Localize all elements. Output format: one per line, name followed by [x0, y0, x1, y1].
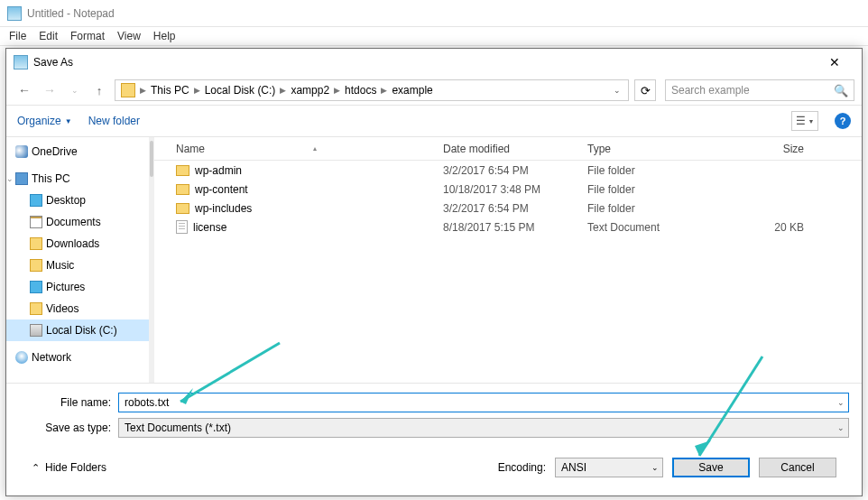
- crumb-localdisk[interactable]: Local Disk (C:): [201, 84, 280, 97]
- col-date-modified[interactable]: Date modified: [443, 143, 587, 155]
- menu-format[interactable]: Format: [70, 30, 105, 42]
- file-date-modified: 3/2/2017 6:54 PM: [443, 202, 587, 215]
- filename-value: robots.txt: [125, 396, 169, 409]
- chevron-down-icon[interactable]: ⌄: [651, 463, 659, 472]
- saveastype-select[interactable]: Text Documents (*.txt) ⌄: [118, 418, 849, 438]
- notepad-icon: [7, 6, 22, 21]
- file-row[interactable]: wp-includes3/2/2017 6:54 PMFile folder: [154, 199, 862, 218]
- sidebar-item-documents[interactable]: Documents: [6, 211, 149, 233]
- search-input[interactable]: Search example 🔍: [665, 79, 854, 101]
- sidebar-item-label: Pictures: [46, 281, 85, 293]
- pictures-icon: [30, 281, 42, 293]
- dialog-title: Save As: [33, 56, 815, 69]
- help-button[interactable]: ?: [835, 113, 851, 129]
- chevron-down-icon[interactable]: ⌄: [6, 174, 14, 183]
- close-button[interactable]: ✕: [815, 50, 854, 75]
- chevron-right-icon[interactable]: ▶: [279, 86, 287, 95]
- body-area: OneDrive ⌄ This PC Desktop Documents Dow…: [6, 137, 862, 383]
- column-headers[interactable]: Name▴ Date modified Type Size: [154, 137, 862, 161]
- file-type: File folder: [587, 202, 732, 215]
- saveastype-value: Text Documents (*.txt): [125, 421, 231, 434]
- notepad-titlebar: Untitled - Notepad: [0, 0, 868, 27]
- col-size[interactable]: Size: [732, 143, 822, 155]
- desktop-icon: [30, 194, 42, 207]
- chevron-down-icon[interactable]: ⌄: [837, 398, 845, 407]
- chevron-down-icon[interactable]: ⌄: [837, 423, 845, 432]
- file-row[interactable]: license8/18/2017 5:15 PMText Document20 …: [154, 218, 862, 236]
- sidebar-item-label: Desktop: [46, 194, 86, 207]
- organize-button[interactable]: Organize ▼: [17, 115, 72, 127]
- file-type: File folder: [587, 183, 732, 196]
- sidebar-item-music[interactable]: Music: [6, 255, 149, 276]
- cancel-button[interactable]: Cancel: [759, 458, 836, 477]
- chevron-right-icon[interactable]: ▶: [333, 86, 341, 95]
- crumb-thispc[interactable]: This PC: [147, 84, 193, 97]
- chevron-right-icon[interactable]: ▶: [380, 86, 388, 95]
- downloads-icon: [30, 237, 42, 250]
- file-date-modified: 8/18/2017 5:15 PM: [443, 221, 587, 234]
- file-size: 20 KB: [732, 221, 822, 234]
- new-folder-label: New folder: [88, 115, 140, 127]
- splitter[interactable]: [149, 137, 154, 383]
- hide-folders-button[interactable]: ⌃ Hide Folders: [32, 461, 106, 474]
- file-name: wp-admin: [195, 164, 242, 177]
- recent-dropdown[interactable]: ⌄: [64, 79, 86, 101]
- bottom-panel: File name: robots.txt ⌄ Save as type: Te…: [6, 383, 862, 495]
- menu-edit[interactable]: Edit: [39, 30, 58, 42]
- view-options-button[interactable]: ☰▼: [791, 111, 818, 131]
- menu-view[interactable]: View: [117, 30, 141, 42]
- back-button[interactable]: ←: [14, 79, 35, 101]
- sidebar-item-videos[interactable]: Videos: [6, 298, 149, 319]
- sidebar-item-label: Local Disk (C:): [46, 324, 117, 337]
- filename-label: File name:: [19, 396, 118, 409]
- sidebar-item-label: Music: [46, 259, 74, 272]
- footer-row: ⌃ Hide Folders Encoding: ANSI ⌄ Save Can…: [19, 447, 849, 488]
- file-name: license: [193, 221, 226, 234]
- address-bar[interactable]: ▶ This PC ▶ Local Disk (C:) ▶ xampp2 ▶ h…: [115, 79, 629, 101]
- sidebar-item-label: Videos: [46, 302, 78, 315]
- dialog-icon: [14, 55, 28, 69]
- pc-icon: [15, 172, 28, 185]
- search-icon: 🔍: [834, 84, 848, 97]
- folder-icon: [176, 165, 189, 176]
- sidebar-item-localdisk[interactable]: Local Disk (C:): [6, 319, 149, 341]
- crumb-xampp2[interactable]: xampp2: [287, 84, 333, 97]
- sidebar-item-onedrive[interactable]: OneDrive: [6, 141, 149, 162]
- save-button[interactable]: Save: [672, 458, 750, 477]
- new-folder-button[interactable]: New folder: [88, 115, 140, 127]
- file-type: File folder: [587, 164, 732, 177]
- chevron-right-icon[interactable]: ▶: [193, 86, 201, 95]
- onedrive-icon: [15, 145, 28, 158]
- hide-folders-label: Hide Folders: [45, 461, 106, 474]
- save-as-dialog: Save As ✕ ← → ⌄ ↑ ▶ This PC ▶ Local Disk…: [5, 48, 863, 496]
- col-name[interactable]: Name: [176, 143, 205, 155]
- crumb-example[interactable]: example: [388, 84, 436, 97]
- address-dropdown[interactable]: ⌄: [608, 86, 626, 95]
- menu-file[interactable]: File: [9, 30, 26, 42]
- sidebar-item-network[interactable]: Network: [6, 347, 149, 368]
- file-panel: Name▴ Date modified Type Size wp-admin3/…: [154, 137, 862, 383]
- sidebar-item-downloads[interactable]: Downloads: [6, 233, 149, 255]
- crumb-htdocs[interactable]: htdocs: [341, 84, 380, 97]
- col-type[interactable]: Type: [587, 143, 732, 155]
- dialog-titlebar[interactable]: Save As ✕: [6, 49, 862, 76]
- file-date-modified: 10/18/2017 3:48 PM: [443, 183, 587, 196]
- file-name: wp-content: [195, 183, 248, 196]
- menu-help[interactable]: Help: [153, 30, 176, 42]
- filename-input[interactable]: robots.txt ⌄: [118, 393, 849, 412]
- encoding-select[interactable]: ANSI ⌄: [555, 458, 663, 477]
- notepad-title: Untitled - Notepad: [27, 7, 115, 20]
- file-row[interactable]: wp-content10/18/2017 3:48 PMFile folder: [154, 180, 862, 199]
- up-button[interactable]: ↑: [89, 80, 109, 100]
- sidebar-item-thispc[interactable]: ⌄ This PC: [6, 168, 149, 190]
- chevron-right-icon[interactable]: ▶: [139, 86, 147, 95]
- sidebar-item-desktop[interactable]: Desktop: [6, 190, 149, 211]
- organize-label: Organize: [17, 115, 61, 127]
- file-type: Text Document: [587, 221, 732, 234]
- refresh-button[interactable]: ⟳: [634, 79, 656, 101]
- file-row[interactable]: wp-admin3/2/2017 6:54 PMFile folder: [154, 161, 862, 180]
- file-name: wp-includes: [195, 202, 252, 215]
- sidebar-item-pictures[interactable]: Pictures: [6, 276, 149, 298]
- folder-icon: [176, 184, 189, 195]
- forward-button[interactable]: →: [39, 79, 60, 101]
